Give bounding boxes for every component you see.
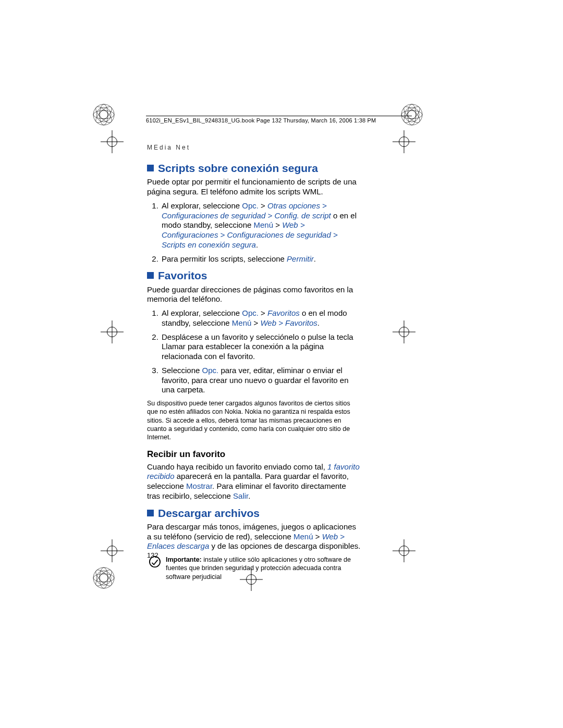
- registration-mark-icon: [393, 539, 415, 562]
- crop-ornament-icon: [93, 104, 115, 126]
- registration-mark-icon: [240, 568, 263, 591]
- page-number: 132: [147, 551, 158, 559]
- square-bullet-icon: [147, 165, 154, 171]
- favoritos-steps: Al explorar, seleccione Opc. > Favoritos…: [147, 309, 361, 395]
- favoritos-step-3: Seleccione Opc. para ver, editar, elimin…: [161, 366, 361, 395]
- section-favoritos-heading: Favoritos: [147, 269, 361, 282]
- section-descargar-title: Descargar archivos: [158, 507, 260, 519]
- section-descargar-heading: Descargar archivos: [147, 507, 361, 520]
- registration-mark-icon: [101, 539, 124, 562]
- registration-mark-icon: [393, 130, 415, 153]
- section-favoritos-title: Favoritos: [158, 269, 207, 281]
- scripts-steps: Al explorar, seleccione Opc. > Otras opc…: [147, 201, 361, 264]
- registration-mark-icon: [393, 320, 415, 343]
- page-header-text: 6102i_EN_ESv1_BIL_9248318_UG.book Page 1…: [146, 117, 376, 124]
- favoritos-step-1: Al explorar, seleccione Opc. > Favoritos…: [161, 309, 361, 328]
- section-scripts-title: Scripts sobre conexión segura: [158, 162, 318, 174]
- page-header-line: 6102i_EN_ESv1_BIL_9248318_UG.book Page 1…: [146, 116, 412, 124]
- subsection-recibir-heading: Recibir un favorito: [147, 449, 361, 460]
- favoritos-step-2: Desplácese a un favorito y selecciónelo …: [161, 332, 361, 362]
- body-content: Scripts sobre conexión segura Puede opta…: [147, 156, 361, 581]
- scripts-step-1: Al explorar, seleccione Opc. > Otras opc…: [161, 201, 361, 250]
- crop-ornament-icon: [93, 567, 115, 589]
- svg-point-16: [96, 571, 111, 585]
- square-bullet-icon: [147, 272, 154, 279]
- page: 6102i_EN_ESv1_BIL_9248318_UG.book Page 1…: [0, 0, 563, 728]
- favoritos-intro: Puede guardar direcciones de páginas com…: [147, 285, 361, 305]
- svg-point-9: [405, 107, 419, 122]
- registration-mark-icon: [101, 320, 124, 343]
- favoritos-disclaimer: Su dispositivo puede tener cargados algu…: [147, 399, 361, 441]
- square-bullet-icon: [147, 510, 154, 516]
- section-scripts-heading: Scripts sobre conexión segura: [147, 162, 361, 175]
- registration-mark-icon: [101, 130, 124, 153]
- scripts-intro: Puede optar por permitir el funcionamien…: [147, 177, 361, 197]
- scripts-step-2: Para permitir los scripts, seleccione Pe…: [161, 254, 361, 264]
- crop-ornament-icon: [401, 104, 423, 126]
- recibir-body: Cuando haya recibido un favorito enviado…: [147, 462, 361, 501]
- running-head: MEdia Net: [147, 144, 190, 151]
- descargar-body: Para descargar más tonos, imágenes, jueg…: [147, 522, 361, 551]
- svg-point-2: [96, 107, 111, 122]
